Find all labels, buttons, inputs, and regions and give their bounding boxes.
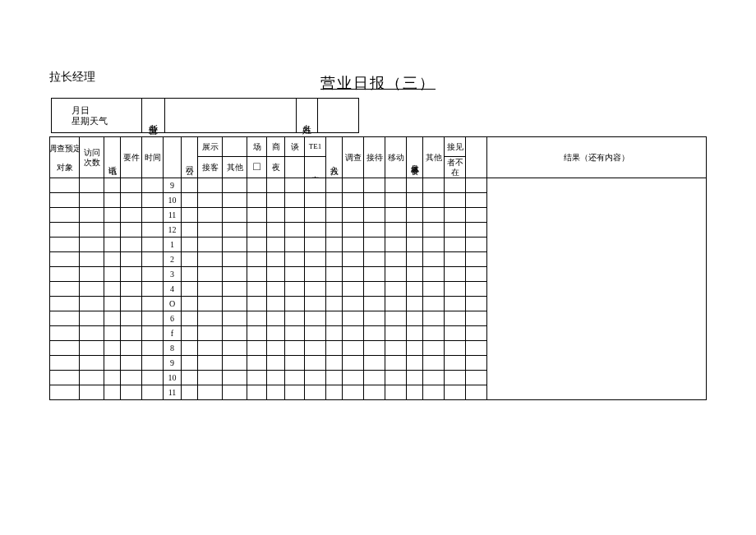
cell[interactable] — [247, 311, 267, 326]
cell[interactable] — [223, 326, 247, 341]
cell[interactable] — [343, 326, 364, 341]
result-cell[interactable] — [487, 178, 707, 400]
cell[interactable] — [247, 178, 267, 193]
cell[interactable] — [385, 297, 407, 311]
cell[interactable] — [80, 223, 104, 238]
cell[interactable] — [182, 223, 198, 238]
cell[interactable] — [343, 297, 364, 311]
cell[interactable] — [182, 341, 198, 356]
cell[interactable] — [104, 178, 121, 193]
cell[interactable] — [267, 311, 285, 326]
cell[interactable] — [223, 238, 247, 252]
cell[interactable] — [466, 385, 487, 400]
cell[interactable] — [104, 341, 121, 356]
cell[interactable] — [466, 252, 487, 267]
cell[interactable] — [247, 208, 267, 223]
cell[interactable] — [423, 311, 445, 326]
cell[interactable] — [247, 223, 267, 238]
cell[interactable] — [343, 267, 364, 282]
cell[interactable] — [223, 252, 247, 267]
cell[interactable] — [50, 311, 80, 326]
cell[interactable] — [326, 208, 343, 223]
cell[interactable] — [285, 385, 305, 400]
cell[interactable] — [285, 341, 305, 356]
cell[interactable] — [182, 356, 198, 371]
cell[interactable] — [198, 208, 223, 223]
cell[interactable] — [223, 297, 247, 311]
cell[interactable] — [104, 385, 121, 400]
cell[interactable] — [121, 356, 142, 371]
cell[interactable] — [466, 193, 487, 208]
cell[interactable] — [104, 193, 121, 208]
cell[interactable] — [182, 282, 198, 297]
cell[interactable] — [407, 326, 423, 341]
cell[interactable] — [326, 282, 343, 297]
cell[interactable] — [182, 385, 198, 400]
cell[interactable] — [142, 282, 164, 297]
cell[interactable] — [466, 238, 487, 252]
cell[interactable] — [423, 282, 445, 297]
cell[interactable] — [364, 208, 385, 223]
info-name-blank[interactable] — [318, 99, 359, 133]
cell[interactable] — [285, 297, 305, 311]
cell[interactable] — [326, 326, 343, 341]
cell[interactable] — [182, 193, 198, 208]
cell[interactable] — [50, 208, 80, 223]
cell[interactable] — [50, 341, 80, 356]
cell[interactable] — [285, 311, 305, 326]
cell[interactable] — [267, 223, 285, 238]
cell[interactable] — [445, 282, 466, 297]
cell[interactable] — [80, 311, 104, 326]
cell[interactable] — [182, 311, 198, 326]
cell[interactable] — [305, 208, 326, 223]
cell[interactable] — [343, 208, 364, 223]
cell[interactable] — [407, 238, 423, 252]
cell[interactable] — [364, 223, 385, 238]
cell[interactable] — [80, 371, 104, 385]
cell[interactable] — [407, 178, 423, 193]
cell[interactable] — [305, 311, 326, 326]
cell[interactable] — [285, 282, 305, 297]
cell[interactable] — [407, 267, 423, 282]
cell[interactable] — [142, 341, 164, 356]
cell[interactable] — [305, 193, 326, 208]
cell[interactable] — [121, 311, 142, 326]
cell[interactable] — [326, 371, 343, 385]
cell[interactable] — [364, 356, 385, 371]
cell[interactable] — [407, 193, 423, 208]
cell[interactable] — [466, 223, 487, 238]
cell[interactable] — [407, 371, 423, 385]
cell[interactable] — [364, 282, 385, 297]
cell[interactable] — [223, 341, 247, 356]
cell[interactable] — [104, 208, 121, 223]
cell[interactable] — [326, 267, 343, 282]
cell[interactable] — [50, 223, 80, 238]
cell[interactable] — [364, 297, 385, 311]
cell[interactable] — [445, 267, 466, 282]
cell[interactable] — [423, 208, 445, 223]
cell[interactable] — [445, 371, 466, 385]
cell[interactable] — [247, 193, 267, 208]
cell[interactable] — [407, 223, 423, 238]
cell[interactable] — [343, 311, 364, 326]
cell[interactable] — [198, 297, 223, 311]
cell[interactable] — [104, 252, 121, 267]
cell[interactable] — [385, 193, 407, 208]
cell[interactable] — [247, 326, 267, 341]
cell[interactable] — [267, 193, 285, 208]
cell[interactable] — [198, 238, 223, 252]
cell[interactable] — [182, 208, 198, 223]
cell[interactable] — [267, 341, 285, 356]
cell[interactable] — [364, 311, 385, 326]
cell[interactable] — [267, 326, 285, 341]
cell[interactable] — [466, 371, 487, 385]
cell[interactable] — [267, 238, 285, 252]
cell[interactable] — [121, 282, 142, 297]
cell[interactable] — [305, 223, 326, 238]
cell[interactable] — [182, 371, 198, 385]
cell[interactable] — [285, 252, 305, 267]
cell[interactable] — [142, 193, 164, 208]
cell[interactable] — [80, 238, 104, 252]
cell[interactable] — [326, 178, 343, 193]
cell[interactable] — [466, 356, 487, 371]
